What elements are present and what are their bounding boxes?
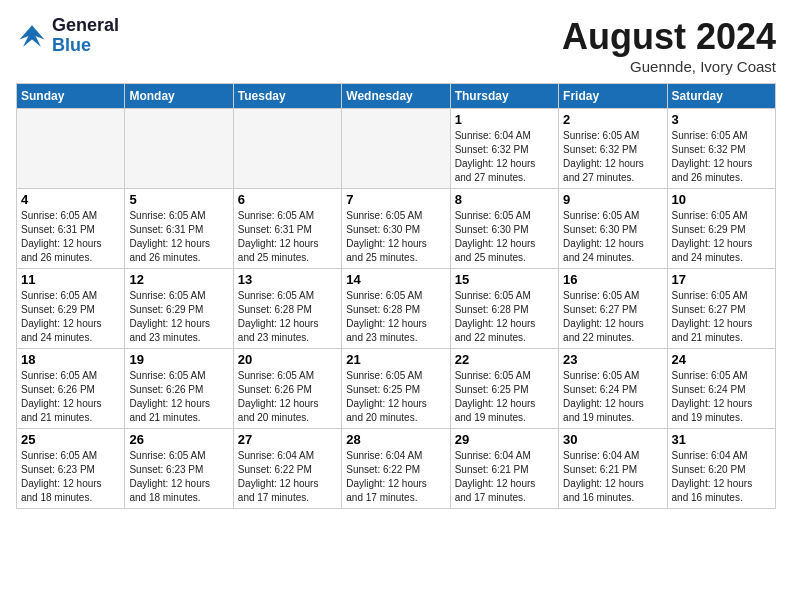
- day-info: Sunrise: 6:05 AM Sunset: 6:27 PM Dayligh…: [672, 289, 771, 345]
- title-block: August 2024 Guennde, Ivory Coast: [562, 16, 776, 75]
- day-info: Sunrise: 6:04 AM Sunset: 6:20 PM Dayligh…: [672, 449, 771, 505]
- day-info: Sunrise: 6:05 AM Sunset: 6:25 PM Dayligh…: [455, 369, 554, 425]
- day-info: Sunrise: 6:05 AM Sunset: 6:28 PM Dayligh…: [346, 289, 445, 345]
- day-number: 20: [238, 352, 337, 367]
- day-number: 2: [563, 112, 662, 127]
- day-number: 30: [563, 432, 662, 447]
- day-info: Sunrise: 6:05 AM Sunset: 6:26 PM Dayligh…: [21, 369, 120, 425]
- day-info: Sunrise: 6:05 AM Sunset: 6:28 PM Dayligh…: [455, 289, 554, 345]
- weekday-row: SundayMondayTuesdayWednesdayThursdayFrid…: [17, 84, 776, 109]
- calendar-table: SundayMondayTuesdayWednesdayThursdayFrid…: [16, 83, 776, 509]
- day-info: Sunrise: 6:05 AM Sunset: 6:25 PM Dayligh…: [346, 369, 445, 425]
- day-number: 11: [21, 272, 120, 287]
- calendar-day-cell: 28Sunrise: 6:04 AM Sunset: 6:22 PM Dayli…: [342, 429, 450, 509]
- day-info: Sunrise: 6:05 AM Sunset: 6:32 PM Dayligh…: [672, 129, 771, 185]
- calendar-day-cell: 19Sunrise: 6:05 AM Sunset: 6:26 PM Dayli…: [125, 349, 233, 429]
- calendar-day-cell: 2Sunrise: 6:05 AM Sunset: 6:32 PM Daylig…: [559, 109, 667, 189]
- calendar-day-cell: 12Sunrise: 6:05 AM Sunset: 6:29 PM Dayli…: [125, 269, 233, 349]
- day-info: Sunrise: 6:05 AM Sunset: 6:29 PM Dayligh…: [672, 209, 771, 265]
- day-info: Sunrise: 6:05 AM Sunset: 6:28 PM Dayligh…: [238, 289, 337, 345]
- calendar-day-cell: 31Sunrise: 6:04 AM Sunset: 6:20 PM Dayli…: [667, 429, 775, 509]
- day-number: 27: [238, 432, 337, 447]
- day-info: Sunrise: 6:05 AM Sunset: 6:27 PM Dayligh…: [563, 289, 662, 345]
- day-info: Sunrise: 6:05 AM Sunset: 6:23 PM Dayligh…: [129, 449, 228, 505]
- day-info: Sunrise: 6:04 AM Sunset: 6:21 PM Dayligh…: [563, 449, 662, 505]
- day-number: 25: [21, 432, 120, 447]
- day-number: 12: [129, 272, 228, 287]
- page-header: General Blue August 2024 Guennde, Ivory …: [16, 16, 776, 75]
- day-info: Sunrise: 6:05 AM Sunset: 6:26 PM Dayligh…: [238, 369, 337, 425]
- calendar-day-cell: 13Sunrise: 6:05 AM Sunset: 6:28 PM Dayli…: [233, 269, 341, 349]
- calendar-day-cell: 27Sunrise: 6:04 AM Sunset: 6:22 PM Dayli…: [233, 429, 341, 509]
- day-number: 23: [563, 352, 662, 367]
- calendar-header: SundayMondayTuesdayWednesdayThursdayFrid…: [17, 84, 776, 109]
- day-number: 3: [672, 112, 771, 127]
- calendar-day-cell: 26Sunrise: 6:05 AM Sunset: 6:23 PM Dayli…: [125, 429, 233, 509]
- calendar-day-cell: 30Sunrise: 6:04 AM Sunset: 6:21 PM Dayli…: [559, 429, 667, 509]
- weekday-header: Wednesday: [342, 84, 450, 109]
- calendar-day-cell: 10Sunrise: 6:05 AM Sunset: 6:29 PM Dayli…: [667, 189, 775, 269]
- day-info: Sunrise: 6:05 AM Sunset: 6:32 PM Dayligh…: [563, 129, 662, 185]
- calendar-day-cell: 4Sunrise: 6:05 AM Sunset: 6:31 PM Daylig…: [17, 189, 125, 269]
- day-number: 9: [563, 192, 662, 207]
- calendar-day-cell: 17Sunrise: 6:05 AM Sunset: 6:27 PM Dayli…: [667, 269, 775, 349]
- calendar-day-cell: [17, 109, 125, 189]
- day-info: Sunrise: 6:05 AM Sunset: 6:31 PM Dayligh…: [21, 209, 120, 265]
- calendar-day-cell: [233, 109, 341, 189]
- day-number: 18: [21, 352, 120, 367]
- day-number: 22: [455, 352, 554, 367]
- day-number: 21: [346, 352, 445, 367]
- calendar-day-cell: 14Sunrise: 6:05 AM Sunset: 6:28 PM Dayli…: [342, 269, 450, 349]
- day-info: Sunrise: 6:05 AM Sunset: 6:31 PM Dayligh…: [129, 209, 228, 265]
- logo: General Blue: [16, 16, 119, 56]
- day-number: 14: [346, 272, 445, 287]
- calendar-day-cell: 29Sunrise: 6:04 AM Sunset: 6:21 PM Dayli…: [450, 429, 558, 509]
- calendar-week-row: 18Sunrise: 6:05 AM Sunset: 6:26 PM Dayli…: [17, 349, 776, 429]
- calendar-day-cell: 7Sunrise: 6:05 AM Sunset: 6:30 PM Daylig…: [342, 189, 450, 269]
- day-number: 29: [455, 432, 554, 447]
- day-info: Sunrise: 6:05 AM Sunset: 6:31 PM Dayligh…: [238, 209, 337, 265]
- day-number: 4: [21, 192, 120, 207]
- day-info: Sunrise: 6:05 AM Sunset: 6:29 PM Dayligh…: [129, 289, 228, 345]
- day-number: 6: [238, 192, 337, 207]
- svg-marker-0: [20, 25, 45, 46]
- weekday-header: Sunday: [17, 84, 125, 109]
- month-title: August 2024: [562, 16, 776, 58]
- calendar-day-cell: 6Sunrise: 6:05 AM Sunset: 6:31 PM Daylig…: [233, 189, 341, 269]
- calendar-day-cell: 9Sunrise: 6:05 AM Sunset: 6:30 PM Daylig…: [559, 189, 667, 269]
- calendar-day-cell: 11Sunrise: 6:05 AM Sunset: 6:29 PM Dayli…: [17, 269, 125, 349]
- day-info: Sunrise: 6:05 AM Sunset: 6:29 PM Dayligh…: [21, 289, 120, 345]
- day-number: 13: [238, 272, 337, 287]
- logo-icon: [16, 20, 48, 52]
- day-info: Sunrise: 6:05 AM Sunset: 6:30 PM Dayligh…: [563, 209, 662, 265]
- calendar-day-cell: 15Sunrise: 6:05 AM Sunset: 6:28 PM Dayli…: [450, 269, 558, 349]
- day-number: 17: [672, 272, 771, 287]
- calendar-day-cell: 8Sunrise: 6:05 AM Sunset: 6:30 PM Daylig…: [450, 189, 558, 269]
- location-subtitle: Guennde, Ivory Coast: [562, 58, 776, 75]
- day-info: Sunrise: 6:04 AM Sunset: 6:32 PM Dayligh…: [455, 129, 554, 185]
- day-info: Sunrise: 6:05 AM Sunset: 6:24 PM Dayligh…: [563, 369, 662, 425]
- calendar-day-cell: 24Sunrise: 6:05 AM Sunset: 6:24 PM Dayli…: [667, 349, 775, 429]
- day-number: 8: [455, 192, 554, 207]
- calendar-week-row: 4Sunrise: 6:05 AM Sunset: 6:31 PM Daylig…: [17, 189, 776, 269]
- day-number: 26: [129, 432, 228, 447]
- day-number: 28: [346, 432, 445, 447]
- calendar-week-row: 1Sunrise: 6:04 AM Sunset: 6:32 PM Daylig…: [17, 109, 776, 189]
- day-number: 16: [563, 272, 662, 287]
- calendar-day-cell: 1Sunrise: 6:04 AM Sunset: 6:32 PM Daylig…: [450, 109, 558, 189]
- calendar-week-row: 25Sunrise: 6:05 AM Sunset: 6:23 PM Dayli…: [17, 429, 776, 509]
- logo-text: General Blue: [52, 16, 119, 56]
- weekday-header: Monday: [125, 84, 233, 109]
- day-number: 24: [672, 352, 771, 367]
- calendar-day-cell: 22Sunrise: 6:05 AM Sunset: 6:25 PM Dayli…: [450, 349, 558, 429]
- weekday-header: Thursday: [450, 84, 558, 109]
- calendar-day-cell: 18Sunrise: 6:05 AM Sunset: 6:26 PM Dayli…: [17, 349, 125, 429]
- day-info: Sunrise: 6:04 AM Sunset: 6:21 PM Dayligh…: [455, 449, 554, 505]
- calendar-day-cell: 20Sunrise: 6:05 AM Sunset: 6:26 PM Dayli…: [233, 349, 341, 429]
- day-info: Sunrise: 6:05 AM Sunset: 6:24 PM Dayligh…: [672, 369, 771, 425]
- day-info: Sunrise: 6:05 AM Sunset: 6:26 PM Dayligh…: [129, 369, 228, 425]
- calendar-day-cell: 23Sunrise: 6:05 AM Sunset: 6:24 PM Dayli…: [559, 349, 667, 429]
- day-number: 7: [346, 192, 445, 207]
- day-number: 15: [455, 272, 554, 287]
- day-number: 5: [129, 192, 228, 207]
